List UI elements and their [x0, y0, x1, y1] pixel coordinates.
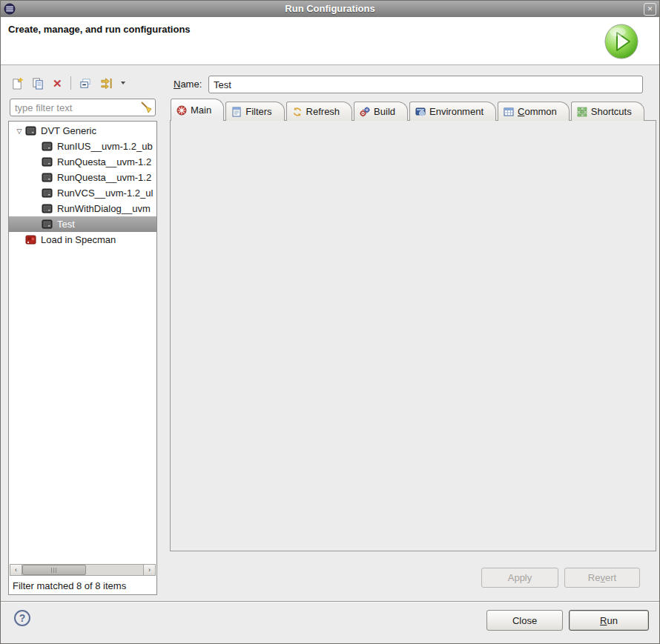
- tree-item-label: DVT Generic: [41, 125, 96, 136]
- delete-configuration-icon[interactable]: ✕: [53, 78, 62, 89]
- tab-label: Build: [374, 106, 395, 117]
- tab-label: Main: [191, 104, 211, 116]
- tree-item-label: RunVCS__uvm-1.2_ul: [57, 187, 153, 199]
- close-button[interactable]: Close: [486, 610, 563, 631]
- name-input[interactable]: [208, 76, 643, 93]
- filter-configurations-icon[interactable]: [100, 77, 113, 90]
- tree-item-label: Load in Specman: [41, 234, 116, 245]
- duplicate-configuration-icon[interactable]: [32, 77, 44, 90]
- environment-tab-icon: [415, 107, 426, 117]
- console-icon: [42, 219, 53, 230]
- tree-horizontal-scrollbar[interactable]: ‹ ›: [10, 564, 156, 576]
- name-label: Name:: [174, 79, 202, 90]
- tab-main[interactable]: Main: [171, 99, 224, 121]
- apply-button: Apply: [481, 568, 558, 588]
- scrollbar-thumb[interactable]: [22, 565, 86, 575]
- tree-item-label: RunQuesta__uvm-1.2: [57, 172, 151, 183]
- tree-item-test[interactable]: Test: [9, 216, 156, 232]
- filters-tab-icon: [231, 107, 242, 117]
- build-tab-icon: [360, 107, 370, 117]
- tab-build[interactable]: Build: [354, 102, 408, 121]
- common-tab-icon: [504, 107, 514, 117]
- configurations-tree: ▽ DVT Generic RunIUS__uvm-1.2_ub: [9, 123, 156, 248]
- filter-box: [10, 99, 156, 116]
- tab-refresh[interactable]: Refresh: [286, 102, 353, 121]
- filter-status: Filter matched 8 of 8 items: [13, 580, 126, 591]
- tree-item-runquesta-1[interactable]: RunQuesta__uvm-1.2: [9, 154, 156, 170]
- tab-common[interactable]: Common: [498, 102, 570, 121]
- scroll-left-arrow[interactable]: ‹: [10, 565, 22, 575]
- console-icon: [42, 141, 53, 152]
- filter-input[interactable]: [10, 99, 156, 116]
- tree-item-dvt-generic[interactable]: ▽ DVT Generic: [9, 123, 156, 139]
- tab-label: Environment: [429, 106, 484, 117]
- view-menu-chevron-icon[interactable]: [121, 82, 125, 84]
- clear-filter-broom-icon[interactable]: [139, 101, 153, 114]
- console-icon: [42, 203, 53, 214]
- tree-item-label: RunQuesta__uvm-1.2: [57, 156, 151, 167]
- main-tab-icon: [176, 105, 187, 116]
- tab-shortcuts[interactable]: Shortcuts: [571, 102, 644, 121]
- tab-environment[interactable]: Environment: [409, 102, 496, 121]
- configurations-toolbar: ✕: [11, 75, 125, 91]
- configurations-tree-panel: ▽ DVT Generic RunIUS__uvm-1.2_ub: [8, 121, 157, 595]
- dialog-header-title: Create, manage, and run configurations: [8, 24, 191, 35]
- tree-item-runwithdialog[interactable]: RunWithDialog__uvm: [9, 201, 156, 216]
- console-icon: [42, 187, 53, 199]
- console-icon: [42, 156, 53, 167]
- collapse-all-icon[interactable]: [79, 77, 92, 90]
- tree-item-label: RunIUS__uvm-1.2_ub: [57, 141, 153, 152]
- tree-item-label: Test: [57, 219, 75, 230]
- run-configurations-dialog: Run Configurations ✕ Create, manage, and…: [0, 0, 660, 644]
- tab-label: Refresh: [306, 106, 340, 117]
- tree-item-runvcs[interactable]: RunVCS__uvm-1.2_ul: [9, 185, 156, 201]
- window-title: Run Configurations: [1, 3, 659, 14]
- console-icon: [25, 125, 36, 136]
- toolbar-separator: [70, 76, 71, 90]
- title-bar[interactable]: Run Configurations ✕: [1, 1, 659, 18]
- shortcuts-tab-icon: [577, 107, 587, 117]
- console-icon: [42, 172, 53, 183]
- run-banner-icon: [603, 22, 640, 59]
- tab-label: Filters: [245, 106, 271, 117]
- tree-item-runius[interactable]: RunIUS__uvm-1.2_ub: [9, 139, 156, 154]
- footer-separator: [1, 601, 659, 602]
- help-button[interactable]: ?: [14, 610, 30, 626]
- window-close-button[interactable]: ✕: [644, 3, 656, 16]
- tree-item-load-in-specman[interactable]: Load in Specman: [9, 232, 156, 248]
- tree-item-runquesta-2[interactable]: RunQuesta__uvm-1.2: [9, 170, 156, 185]
- tab-bar: Main Filters Refresh: [171, 99, 646, 121]
- run-button[interactable]: Run: [569, 610, 649, 631]
- specman-icon: [25, 234, 36, 245]
- main-tab-content: [170, 120, 656, 551]
- tree-item-label: RunWithDialog__uvm: [57, 203, 151, 214]
- scroll-right-arrow[interactable]: ›: [143, 565, 155, 575]
- tab-filters[interactable]: Filters: [225, 102, 284, 121]
- revert-button: Revert: [564, 568, 640, 588]
- tab-label: Shortcuts: [591, 106, 632, 117]
- new-configuration-icon[interactable]: [11, 77, 24, 90]
- tab-label: Common: [518, 106, 557, 117]
- refresh-tab-icon: [292, 107, 303, 117]
- expander-arrow-icon[interactable]: ▽: [13, 127, 25, 135]
- dialog-header: Create, manage, and run configurations: [1, 17, 659, 65]
